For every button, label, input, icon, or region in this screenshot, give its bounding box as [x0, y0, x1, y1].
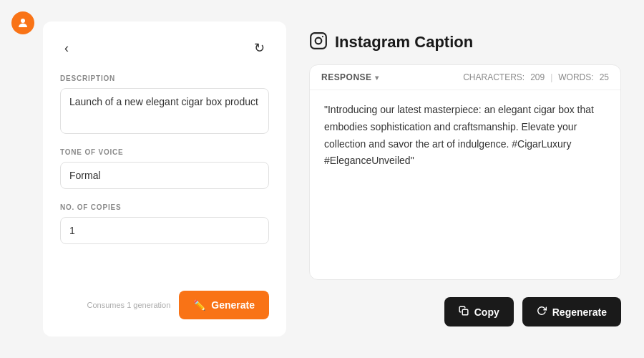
action-row: Copy Regenerate [309, 291, 621, 326]
page-title: Instagram Caption [335, 33, 473, 52]
description-group: DESCRIPTION Launch of a new elegant ciga… [60, 74, 269, 134]
refresh-button[interactable]: ↻ [250, 39, 269, 57]
generate-icon: ✏️ [193, 299, 205, 311]
back-button[interactable]: ‹ [60, 39, 73, 57]
response-content: "Introducing our latest masterpiece: an … [310, 90, 620, 279]
avatar-container [11, 11, 34, 34]
tone-group: TONE OF VOICE [60, 148, 269, 189]
regenerate-icon [537, 306, 547, 318]
words-value: 25 [600, 72, 609, 82]
svg-point-0 [21, 19, 25, 23]
copies-label: NO. OF COPIES [60, 203, 269, 211]
regenerate-button[interactable]: Regenerate [522, 297, 621, 326]
right-panel: Instagram Caption RESPONSE ▾ CHARACTERS:… [286, 14, 644, 344]
response-label: RESPONSE [321, 72, 372, 82]
description-input[interactable]: Launch of a new elegant cigar box produc… [60, 88, 269, 134]
words-label: WORDS: [558, 72, 593, 82]
copies-group: NO. OF COPIES [60, 203, 269, 244]
response-label-row: RESPONSE ▾ [321, 72, 379, 82]
instagram-icon [309, 32, 328, 53]
main-layout: ‹ ↻ DESCRIPTION Launch of a new elegant … [0, 0, 644, 358]
svg-point-2 [316, 38, 322, 44]
characters-label: CHARACTERS: [463, 72, 525, 82]
response-toolbar: RESPONSE ▾ CHARACTERS: 209 | WORDS: 25 [310, 65, 620, 90]
svg-rect-4 [462, 309, 468, 315]
svg-rect-1 [311, 33, 326, 49]
copy-icon [459, 306, 469, 318]
consumes-text: Consumes 1 generation [87, 301, 171, 309]
response-area: RESPONSE ▾ CHARACTERS: 209 | WORDS: 25 "… [309, 64, 621, 280]
description-label: DESCRIPTION [60, 74, 269, 82]
right-header: Instagram Caption [309, 32, 621, 53]
chevron-down-icon[interactable]: ▾ [375, 74, 379, 82]
tone-input[interactable] [60, 162, 269, 189]
left-panel: ‹ ↻ DESCRIPTION Launch of a new elegant … [43, 21, 286, 337]
nav-row: ‹ ↻ [60, 39, 269, 57]
svg-point-3 [322, 36, 323, 37]
copy-label: Copy [474, 306, 499, 318]
copy-button[interactable]: Copy [444, 297, 514, 326]
response-text: "Introducing our latest masterpiece: an … [324, 102, 606, 170]
tone-label: TONE OF VOICE [60, 148, 269, 156]
characters-value: 209 [530, 72, 545, 82]
generate-label: Generate [211, 299, 255, 311]
regenerate-label: Regenerate [552, 306, 607, 318]
stats-divider: | [550, 72, 552, 82]
stats-row: CHARACTERS: 209 | WORDS: 25 [463, 72, 609, 82]
copies-input[interactable] [60, 217, 269, 244]
generate-row: Consumes 1 generation ✏️ Generate [60, 285, 269, 319]
generate-button[interactable]: ✏️ Generate [179, 291, 269, 319]
avatar[interactable] [11, 11, 34, 34]
